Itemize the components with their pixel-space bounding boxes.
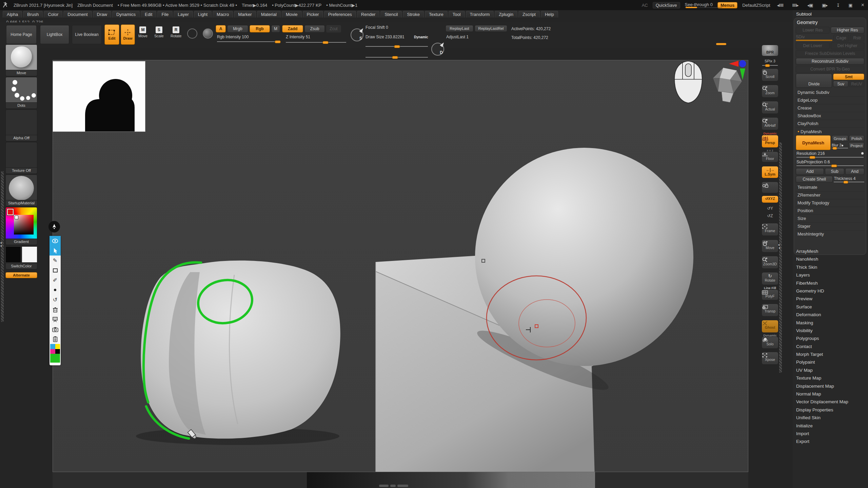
collapse-left-tray-icon[interactable]: ◂‖‖‖ — [775, 3, 786, 8]
dynamesh-blur-slider[interactable]: Blur 2 — [832, 143, 848, 148]
subtool-palette-header[interactable]: Subtool — [793, 10, 868, 17]
scale-mode-button[interactable]: S Scale — [154, 26, 164, 38]
mrgb-button[interactable]: Mrgb — [227, 25, 248, 33]
palette-displacement-map[interactable]: Displacement Map — [793, 382, 868, 390]
dynamic-draw-size-toggle[interactable]: Dynamic — [414, 35, 428, 39]
palette-layers[interactable]: Layers — [793, 271, 868, 279]
right-tray-divider[interactable] — [779, 142, 782, 373]
brush-size-button[interactable] — [50, 285, 61, 295]
palette-import[interactable]: Import — [793, 430, 868, 438]
palette-texture-map[interactable]: Texture Map — [793, 374, 868, 382]
menu-dynamics[interactable]: Dynamics — [112, 11, 140, 18]
focal-shift-handle[interactable] — [394, 45, 400, 48]
menu-picker[interactable]: Picker — [303, 11, 323, 18]
section-shadowbox[interactable]: ShadowBox — [796, 112, 864, 120]
draw-mode-button[interactable]: Draw — [121, 24, 135, 45]
menu-alpha[interactable]: Alpha — [3, 11, 22, 18]
menu-render[interactable]: Render — [357, 11, 380, 18]
reconstruct-subdiv-button[interactable]: Reconstruct Subdiv — [796, 58, 864, 65]
color-picker[interactable] — [5, 207, 37, 239]
section-zremesher[interactable]: ZRemesher — [796, 191, 864, 199]
menu-material[interactable]: Material — [257, 11, 281, 18]
z-intensity-slider[interactable] — [286, 42, 346, 43]
color-magenta-swatch[interactable] — [50, 349, 55, 354]
live-boolean-button[interactable]: Live Boolean — [72, 25, 102, 44]
menu-macro[interactable]: Macro — [213, 11, 233, 18]
rotate-xyz-button[interactable]: ↺XYZ — [762, 196, 778, 203]
color-cursor[interactable] — [15, 216, 18, 219]
shape-tool-button[interactable] — [50, 265, 61, 275]
dynamesh-project-toggle[interactable]: Project — [849, 142, 864, 149]
edit-mode-button[interactable]: Edit — [104, 24, 119, 45]
menu-help[interactable]: Help — [541, 11, 558, 18]
dynamesh-polish-toggle[interactable]: Polish — [849, 135, 864, 142]
close-icon[interactable]: × — [859, 2, 866, 8]
next-window-icon[interactable]: ▣▸ — [820, 3, 830, 8]
current-stroke-thumbnail[interactable] — [5, 77, 37, 103]
stroke-interpolation-icon[interactable]: D — [431, 43, 444, 56]
zsub-button[interactable]: Zsub — [304, 25, 325, 33]
palette-arraymesh[interactable]: ArrayMesh — [793, 247, 868, 255]
menu-edit[interactable]: Edit — [141, 11, 156, 18]
menu-file[interactable]: File — [157, 11, 173, 18]
color-black-swatch[interactable] — [55, 349, 60, 354]
canvas-scroll-indicator[interactable] — [379, 485, 389, 487]
current-material-thumbnail[interactable] — [5, 175, 37, 200]
palette-polygroups[interactable]: Polygroups — [793, 334, 868, 342]
right-tray-divider-arrows[interactable]: ▸◂ — [778, 243, 780, 249]
rgb-intensity-handle[interactable] — [275, 40, 281, 43]
dynamesh-add-button[interactable]: Add — [796, 168, 824, 175]
palette-morph-target[interactable]: Morph Target — [793, 350, 868, 358]
rotate-mode-button[interactable]: R Rotate — [171, 26, 181, 38]
current-alpha-thumbnail[interactable] — [5, 109, 37, 135]
prev-window-icon[interactable]: ◂▣ — [805, 3, 815, 8]
menu-stroke[interactable]: Stroke — [403, 11, 424, 18]
rotate-canvas-button[interactable]: ↻ Rotate — [762, 272, 778, 285]
actual-size-button[interactable]: x1 Actual — [762, 101, 778, 114]
see-through-slider[interactable]: See-through 0 — [685, 2, 713, 8]
perspective-button[interactable]: Persp — [762, 135, 778, 148]
document-canvas[interactable] — [53, 60, 748, 472]
frame-button[interactable]: Frame — [762, 223, 778, 236]
palette-thick-skin[interactable]: Thick Skin — [793, 263, 868, 271]
canvas-scroll-indicator[interactable] — [390, 485, 396, 487]
local-symmetry-button[interactable]: ←|→ L.Sym — [762, 166, 778, 178]
section-crease[interactable]: Crease — [796, 104, 864, 112]
sculptris-toggle-icon[interactable]: S — [351, 28, 363, 41]
palette-export[interactable]: Export — [793, 438, 868, 445]
replay-last-rel-button[interactable]: ReplayLastRel — [475, 25, 507, 32]
section-dynamic-subdiv[interactable]: Dynamic Subdiv — [796, 89, 864, 97]
quicksave-button[interactable]: QuickSave — [653, 2, 680, 8]
dynamesh-groups-toggle[interactable]: Groups — [832, 135, 848, 142]
palette-vector-displacement-map[interactable]: Vector Displacement Map — [793, 398, 868, 406]
xpose-button[interactable]: Xpose — [762, 352, 778, 365]
spix-slider[interactable] — [762, 65, 778, 66]
scroll-button[interactable]: Scroll — [762, 68, 778, 81]
dynamesh-and-button[interactable]: And — [845, 168, 864, 175]
dynamesh-sub-button[interactable]: Sub — [825, 168, 844, 175]
ghost-button[interactable]: Ghost — [762, 320, 778, 333]
default-zscript-button[interactable]: DefaultZScript — [742, 3, 770, 8]
section-meshintegrity[interactable]: MeshIntegrity — [796, 230, 864, 238]
rotate-z-button[interactable]: ↺Z — [761, 214, 779, 218]
draw-size-slider[interactable] — [366, 57, 428, 58]
color-yellow-swatch[interactable] — [55, 344, 60, 349]
alternate-button[interactable]: Alternate — [5, 272, 37, 278]
annotation-launcher-button[interactable] — [48, 221, 60, 232]
menu-document[interactable]: Document — [63, 11, 92, 18]
spix-handle[interactable] — [765, 64, 770, 67]
menu-draw[interactable]: Draw — [93, 11, 111, 18]
highlighter-tool-button[interactable]: ✐ — [50, 275, 61, 285]
home-page-button[interactable]: Home Page — [6, 25, 37, 44]
replay-last-button[interactable]: ReplayLast — [446, 25, 473, 32]
geometry-panel-header[interactable]: Geometry — [797, 20, 864, 25]
transparency-button[interactable]: Transp — [762, 304, 778, 317]
palette-initialize[interactable]: Initialize — [793, 422, 868, 430]
palette-display-properties[interactable]: Display Properties — [793, 406, 868, 414]
cloth-dynamics-icon[interactable] — [203, 28, 213, 39]
current-texture-thumbnail[interactable] — [5, 142, 37, 168]
alpha-adjust-button[interactable]: A — [216, 25, 226, 33]
create-shell-button[interactable]: Create Shell — [796, 176, 833, 183]
section-stager[interactable]: Stager — [796, 223, 864, 230]
palette-nanomesh[interactable]: NanoMesh — [793, 255, 868, 263]
